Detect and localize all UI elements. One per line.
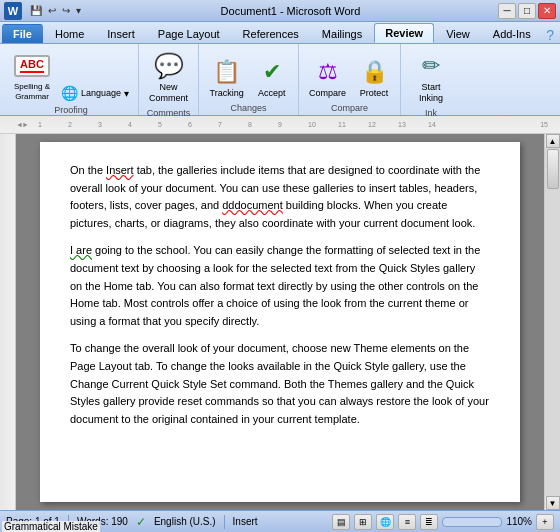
ruler-mark-3: 3 — [98, 121, 102, 128]
spelling-label: Spelling &Grammar — [14, 82, 50, 101]
qa-dropdown-button[interactable]: ▾ — [74, 4, 83, 17]
protect-label: Protect — [360, 88, 389, 99]
ribbon-group-proofing: ABC Spelling &Grammar 🌐 Language ▾ Proof… — [4, 44, 139, 115]
save-qa-button[interactable]: 💾 — [28, 4, 44, 17]
window-controls: ─ □ ✕ — [498, 3, 556, 19]
help-icon[interactable]: ? — [546, 27, 554, 43]
status-bar-right: ▤ ⊞ 🌐 ≡ ≣ 110% + — [332, 514, 554, 530]
status-sep-2 — [224, 515, 225, 529]
tab-references[interactable]: References — [232, 24, 310, 43]
document-canvas[interactable]: On the Insert tab, the galleries include… — [16, 134, 544, 510]
grammatical-mistake-annotation: Grammatical Mistake — [2, 521, 100, 532]
ruler-marker-indent: ► — [22, 121, 29, 128]
tab-add-ins[interactable]: Add-Ins — [482, 24, 542, 43]
language-button[interactable]: 🌐 Language ▾ — [58, 83, 132, 103]
ruler-mark-6: 6 — [188, 121, 192, 128]
print-layout-view-button[interactable]: ▤ — [332, 514, 350, 530]
proofing-group-label: Proofing — [54, 105, 88, 115]
paragraph-1: On the Insert tab, the galleries include… — [70, 162, 490, 232]
full-screen-view-button[interactable]: ⊞ — [354, 514, 372, 530]
redo-qa-button[interactable]: ↪ — [60, 4, 72, 17]
start-inking-icon: ✏ — [415, 50, 447, 82]
ribbon: ABC Spelling &Grammar 🌐 Language ▾ Proof… — [0, 44, 560, 116]
tab-mailings[interactable]: Mailings — [311, 24, 373, 43]
title-bar-left: W 💾 ↩ ↪ ▾ — [4, 2, 83, 20]
maximize-button[interactable]: □ — [518, 3, 536, 19]
close-button[interactable]: ✕ — [538, 3, 556, 19]
insert-underline: Insert — [106, 164, 134, 176]
tab-view[interactable]: View — [435, 24, 481, 43]
spelling-icon: ABC — [16, 50, 48, 82]
language-dropdown-icon: ▾ — [124, 88, 129, 99]
status-spell-icon[interactable]: ✓ — [136, 515, 146, 529]
paragraph-3: To change the overall look of your docum… — [70, 340, 490, 428]
tab-review[interactable]: Review — [374, 23, 434, 43]
compare-label: Compare — [309, 88, 346, 99]
outline-view-button[interactable]: ≡ — [398, 514, 416, 530]
spelling-error-word: dddocument — [222, 199, 283, 211]
proofing-small-buttons: 🌐 Language ▾ — [58, 83, 132, 103]
tab-page-layout[interactable]: Page Layout — [147, 24, 231, 43]
paragraph-2: I are going to the school. You can easil… — [70, 242, 490, 330]
ribbon-group-changes: 📋 Tracking ✔ Accept Changes — [199, 44, 299, 115]
document-page[interactable]: On the Insert tab, the galleries include… — [40, 142, 520, 502]
ruler-mark-12: 12 — [368, 121, 376, 128]
scroll-down-button[interactable]: ▼ — [546, 496, 560, 510]
ruler-mark-14: 14 — [428, 121, 436, 128]
ruler-mark-13: 13 — [398, 121, 406, 128]
ruler-mark-9: 9 — [278, 121, 282, 128]
accept-button[interactable]: ✔ Accept — [252, 54, 292, 101]
ruler-mark-10: 10 — [308, 121, 316, 128]
grammar-error-phrase: I are — [70, 244, 92, 256]
undo-qa-button[interactable]: ↩ — [46, 4, 58, 17]
quick-access-toolbar: 💾 ↩ ↪ ▾ — [28, 4, 83, 17]
zoom-slider[interactable] — [442, 517, 502, 527]
language-icon: 🌐 — [61, 85, 78, 101]
start-inking-button[interactable]: ✏ StartInking — [411, 48, 451, 106]
ruler-mark-1: 1 — [38, 121, 42, 128]
tracking-label: Tracking — [210, 88, 244, 99]
compare-icon: ⚖ — [312, 56, 344, 88]
ruler-mark-7: 7 — [218, 121, 222, 128]
tab-home[interactable]: Home — [44, 24, 95, 43]
start-inking-label: StartInking — [419, 82, 443, 104]
ink-buttons: ✏ StartInking — [411, 48, 451, 106]
minimize-button[interactable]: ─ — [498, 3, 516, 19]
spelling-grammar-button[interactable]: ABC Spelling &Grammar — [10, 48, 54, 103]
tracking-button[interactable]: 📋 Tracking — [206, 54, 248, 101]
tracking-icon: 📋 — [211, 56, 243, 88]
scroll-up-button[interactable]: ▲ — [546, 134, 560, 148]
ruler-mark-11: 11 — [338, 121, 346, 128]
tab-insert[interactable]: Insert — [96, 24, 146, 43]
status-mode[interactable]: Insert — [233, 516, 258, 527]
tab-file[interactable]: File — [2, 24, 43, 43]
compare-group-label: Compare — [331, 103, 368, 113]
ribbon-group-comments: 💬 NewComment Comments — [139, 44, 199, 115]
scroll-thumb[interactable] — [547, 149, 559, 189]
proofing-buttons: ABC Spelling &Grammar 🌐 Language ▾ — [10, 48, 132, 103]
title-bar: W 💾 ↩ ↪ ▾ Document1 - Microsoft Word ─ □… — [0, 0, 560, 22]
accept-label: Accept — [258, 88, 286, 99]
vertical-ruler — [0, 134, 16, 510]
status-language[interactable]: English (U.S.) — [154, 516, 216, 527]
ribbon-group-ink: ✏ StartInking Ink — [401, 44, 461, 115]
ruler-mark-15: 15 — [540, 121, 548, 128]
new-comment-button[interactable]: 💬 NewComment — [145, 48, 192, 106]
scroll-track[interactable] — [545, 148, 560, 496]
ruler-mark-5: 5 — [158, 121, 162, 128]
protect-icon: 🔒 — [358, 56, 390, 88]
zoom-level: 110% — [506, 516, 532, 527]
ribbon-tab-bar: File Home Insert Page Layout References … — [0, 22, 560, 44]
protect-button[interactable]: 🔒 Protect — [354, 54, 394, 101]
window-title: Document1 - Microsoft Word — [83, 5, 498, 17]
document-area: On the Insert tab, the galleries include… — [0, 134, 560, 510]
web-layout-view-button[interactable]: 🌐 — [376, 514, 394, 530]
zoom-in-button[interactable]: + — [536, 514, 554, 530]
ruler-mark-8: 8 — [248, 121, 252, 128]
word-icon: W — [4, 2, 22, 20]
compare-button[interactable]: ⚖ Compare — [305, 54, 350, 101]
accept-icon: ✔ — [256, 56, 288, 88]
new-comment-icon: 💬 — [153, 50, 185, 82]
draft-view-button[interactable]: ≣ — [420, 514, 438, 530]
ruler-mark-2: 2 — [68, 121, 72, 128]
